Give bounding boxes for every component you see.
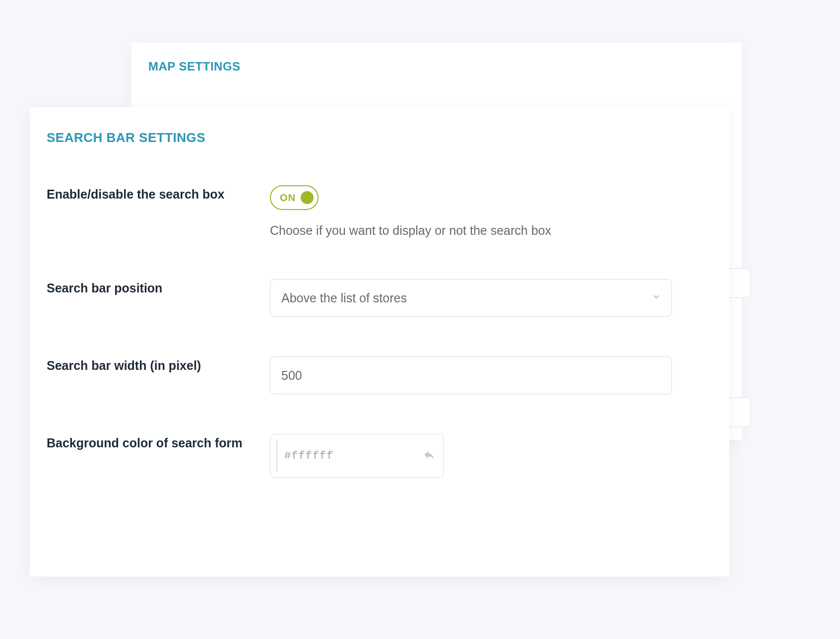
toggle-knob — [301, 191, 314, 204]
enable-search-label: Enable/disable the search box — [47, 185, 270, 203]
width-controls — [270, 356, 712, 394]
bg-color-label: Background color of search form — [47, 434, 270, 452]
position-select-wrapper: Above the list of stores — [270, 279, 672, 317]
enable-search-controls: ON Choose if you want to display or not … — [270, 185, 712, 239]
bg-color-input[interactable] — [277, 450, 423, 462]
search-bar-settings-title: SEARCH BAR SETTINGS — [47, 130, 712, 145]
form-row-bg-color: Background color of search form — [47, 434, 712, 478]
bg-color-controls — [270, 434, 712, 478]
toggle-on-label: ON — [280, 192, 296, 204]
form-row-position: Search bar position Above the list of st… — [47, 279, 712, 317]
map-settings-title: MAP SETTINGS — [131, 43, 742, 73]
width-input[interactable] — [270, 356, 672, 394]
width-label: Search bar width (in pixel) — [47, 356, 270, 374]
form-row-width: Search bar width (in pixel) — [47, 356, 712, 394]
bg-color-picker — [270, 434, 444, 478]
enable-search-help: Choose if you want to display or not the… — [270, 222, 712, 239]
position-controls: Above the list of stores — [270, 279, 712, 317]
undo-icon[interactable] — [423, 448, 436, 463]
position-select[interactable]: Above the list of stores — [270, 279, 672, 317]
position-label: Search bar position — [47, 279, 270, 297]
enable-search-toggle[interactable]: ON — [270, 185, 319, 210]
background-input-peek[interactable] — [726, 268, 751, 298]
background-input-peek[interactable] — [726, 397, 751, 427]
form-row-enable-search: Enable/disable the search box ON Choose … — [47, 185, 712, 239]
search-bar-settings-panel: SEARCH BAR SETTINGS Enable/disable the s… — [30, 107, 729, 576]
